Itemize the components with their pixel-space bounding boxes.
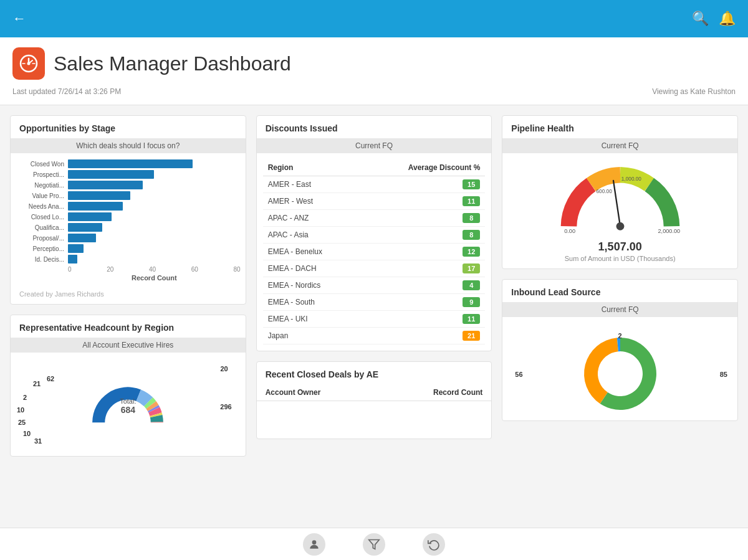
axis-tick: 40 (149, 266, 156, 273)
svg-point-3 (616, 222, 624, 230)
inbound-title: Inbound Lead Source (502, 280, 737, 302)
opportunities-subtitle: Which deals should I focus on? (11, 138, 246, 153)
axis-tick: 80 (234, 266, 241, 273)
discount-badge: 17 (463, 263, 480, 273)
bar-axis-label: Record Count (22, 274, 241, 282)
discount-row: EMEA - Benelux 12 (263, 244, 486, 260)
gauge-container: 0.00 2,000.00 600.00 1,000.00 1,507.00 S… (502, 157, 737, 268)
pipeline-subtitle: Current FQ (502, 138, 737, 153)
bar-track (68, 159, 241, 168)
top-bar-right: 🔍 🔔 (692, 11, 736, 27)
discount-row: AMER - East 15 (263, 176, 486, 193)
discount-badge: 4 (463, 280, 480, 290)
bar-row: Needs Ana... (22, 202, 241, 211)
label-10b: 10 (23, 430, 31, 437)
discount-region: EMEA - UKI (263, 311, 361, 328)
refresh-button[interactable] (423, 533, 445, 556)
back-icon[interactable]: ← (12, 11, 26, 27)
bar-track (68, 234, 241, 242)
bar-label: Perceptio... (22, 245, 64, 252)
bar-row: Closed Won (22, 159, 241, 168)
bar-axis: 020406080 (22, 266, 241, 273)
bar-fill (68, 244, 84, 253)
discount-region: Japan (263, 328, 361, 344)
page-header: Sales Manager Dashboard Last updated 7/2… (0, 37, 748, 105)
bar-chart-rows: Closed Won Prospecti... Negotiati... Val… (22, 159, 241, 263)
top-bar: ← 🔍 🔔 (0, 0, 748, 37)
col-region: Region (263, 159, 361, 176)
discount-badge: 21 (463, 331, 480, 341)
discount-region: APAC - ANZ (263, 210, 361, 227)
pipeline-title: Pipeline Health (502, 116, 737, 138)
headcount-title: Representative Headcount by Region (11, 315, 246, 338)
discount-value: 17 (361, 260, 486, 277)
label-25: 25 (18, 419, 26, 426)
discount-row: EMEA - South 9 (263, 294, 486, 311)
viewing-as: Viewing as Kate Rushton (652, 87, 736, 96)
total-value: 684 (120, 405, 136, 415)
bar-label: Needs Ana... (22, 203, 64, 210)
gauge-description: Sum of Amount in USD (Thousands) (565, 255, 676, 262)
svg-text:1,000.00: 1,000.00 (621, 176, 641, 182)
bar-row: Id. Decis... (22, 255, 241, 263)
axis-tick: 0 (68, 266, 72, 273)
svg-point-8 (312, 540, 317, 544)
bar-fill (68, 234, 96, 242)
bar-fill (68, 212, 112, 221)
bar-label: Id. Decis... (22, 256, 64, 263)
svg-text:0.00: 0.00 (564, 228, 575, 234)
headcount-donut-container: 20 62 21 2 10 25 10 31 296 Total: 684 (11, 356, 246, 456)
bar-label: Negotiati... (22, 182, 64, 189)
discount-row: AMER - West 11 (263, 193, 486, 210)
bar-chart: Closed Won Prospecti... Negotiati... Val… (16, 159, 241, 282)
total-label: Total: (120, 397, 136, 405)
svg-line-2 (613, 181, 620, 226)
label-62: 62 (47, 375, 54, 382)
opportunities-footer: Created by James Richards (11, 287, 246, 304)
bar-row: Proposal/... (22, 234, 241, 242)
dashboard-icon (12, 47, 45, 80)
gauge-value: 1,507.00 (598, 240, 642, 254)
top-bar-left: ← (12, 11, 26, 27)
label-20: 20 (220, 365, 228, 373)
filter-button[interactable] (363, 533, 385, 556)
bar-fill (68, 159, 193, 168)
discount-value: 11 (361, 193, 486, 210)
inbound-subtitle: Current FQ (502, 302, 737, 317)
bar-track (68, 212, 241, 221)
svg-marker-9 (369, 539, 380, 549)
bar-track (68, 202, 241, 211)
discount-value: 21 (361, 328, 486, 344)
bar-row: Closed Lo... (22, 212, 241, 221)
bell-icon[interactable]: 🔔 (719, 11, 736, 27)
col-count: Record Count (433, 388, 482, 397)
label-296: 296 (220, 403, 231, 411)
bar-fill (68, 191, 130, 200)
bar-track (68, 181, 241, 189)
bar-label: Prospecti... (22, 171, 64, 178)
opportunities-widget: Opportunities by Stage Which deals shoul… (10, 115, 246, 305)
svg-text:600.00: 600.00 (596, 189, 612, 194)
bar-row: Qualifica... (22, 223, 241, 232)
recent-deals-placeholder (257, 401, 492, 439)
person-button[interactable] (303, 533, 325, 556)
col-owner: Account Owner (266, 388, 321, 397)
bar-label: Closed Won (22, 161, 64, 168)
discount-value: 15 (361, 176, 486, 193)
discount-badge: 15 (463, 179, 480, 189)
bar-label: Proposal/... (22, 235, 64, 242)
discount-badge: 9 (463, 297, 480, 307)
label-10: 10 (17, 406, 24, 414)
inbound-label-56: 56 (515, 371, 522, 378)
bar-label: Value Pro... (22, 192, 64, 199)
discount-badge: 11 (463, 196, 480, 206)
discount-row: EMEA - DACH 17 (263, 260, 486, 277)
page-meta: Last updated 7/26/14 at 3:26 PM Viewing … (12, 85, 736, 98)
inbound-label-85: 85 (720, 371, 727, 378)
discount-region: EMEA - DACH (263, 260, 361, 277)
discount-region: EMEA - Benelux (263, 244, 361, 260)
search-icon[interactable]: 🔍 (692, 11, 709, 27)
bar-label: Closed Lo... (22, 214, 64, 221)
bar-row: Prospecti... (22, 170, 241, 179)
bar-fill (68, 223, 102, 232)
